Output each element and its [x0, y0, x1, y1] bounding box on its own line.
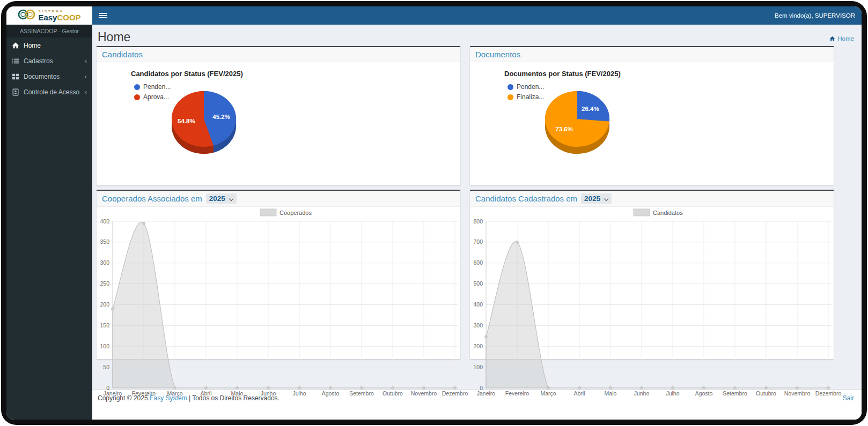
cooperados-chart: 050100150200250300350400JaneiroFevereiro…	[97, 207, 460, 399]
sidebar-item-label: Controle de Acesso	[24, 88, 80, 96]
panel-candidatos: Candidatos Candidatos por Status (FEV/20…	[97, 46, 460, 185]
panel-cooperados-header: Cooperados Associados em 2025	[97, 191, 460, 207]
sidebar-item-label: Home	[24, 42, 87, 49]
svg-text:Janeiro: Janeiro	[477, 390, 496, 397]
panel-documentos: Documentos Documentos por Status (FEV/20…	[470, 46, 834, 185]
sidebar-item-controle-de-acesso[interactable]: Controle de Acesso‹	[6, 84, 92, 100]
list-icon	[12, 57, 19, 65]
sidebar-menu: HomeCadastros‹Documentos‹Controle de Ace…	[6, 38, 92, 100]
svg-text:Junho: Junho	[634, 390, 650, 397]
top-navbar: Bem vindo(a), SUPERVISOR	[92, 6, 862, 25]
sidebar-item-cadastros[interactable]: Cadastros‹	[6, 53, 92, 69]
svg-text:Julho: Julho	[666, 390, 679, 397]
welcome-text: Bem vindo(a), SUPERVISOR	[775, 12, 855, 19]
svg-text:Março: Março	[540, 390, 556, 397]
home-icon	[829, 36, 835, 42]
dashboard-rows: Candidatos Candidatos por Status (FEV/20…	[92, 46, 862, 389]
legend-dot-icon	[507, 84, 513, 90]
pie1-chart-title: Candidatos por Status (FEV/2025)	[131, 70, 243, 78]
main-content: Home Home Candidatos Candidatos por Stat…	[92, 25, 862, 420]
brand-rings-icon	[18, 9, 36, 23]
svg-text:150: 150	[100, 322, 109, 328]
panel-documentos-title: Documentos	[475, 50, 520, 59]
panel-cooperados: Cooperados Associados em 2025 0501001502…	[97, 190, 460, 359]
cooperados-year-select[interactable]: 2025	[206, 193, 237, 204]
svg-text:Dezembro: Dezembro	[815, 390, 842, 397]
panel-cooperados-title: Cooperados Associados em	[102, 194, 202, 203]
svg-text:Abril: Abril	[200, 390, 211, 397]
access-icon	[12, 88, 19, 96]
svg-text:73.6%: 73.6%	[555, 126, 573, 132]
panel-candidatos-body: Candidatos por Status (FEV/2025) Penden.…	[97, 62, 460, 185]
content-header: Home Home	[92, 25, 862, 46]
page-title: Home	[98, 30, 130, 44]
svg-text:50: 50	[103, 364, 109, 370]
svg-text:200: 200	[473, 343, 483, 349]
svg-text:700: 700	[473, 238, 483, 245]
pie1-chart: 45.2%54.8%	[165, 85, 251, 162]
panel-candidatos-title: Candidatos	[102, 50, 143, 59]
chevron-left-icon: ‹	[85, 73, 87, 80]
panel-cadastrados: Candidatos Cadastrados em 2025 010020030…	[470, 190, 834, 359]
svg-text:Cooperados: Cooperados	[279, 210, 312, 216]
legend-dot-icon	[134, 84, 140, 90]
svg-text:Janeiro: Janeiro	[104, 390, 122, 397]
svg-text:Candidatos: Candidatos	[653, 210, 683, 216]
svg-text:Outubro: Outubro	[756, 390, 776, 397]
svg-text:Agosto: Agosto	[322, 390, 340, 397]
logout-link[interactable]: Sair	[843, 394, 854, 420]
brand-text: SISTEMA EasyCOOP	[38, 10, 80, 22]
svg-text:Dezembro: Dezembro	[442, 390, 468, 397]
svg-text:100: 100	[100, 343, 109, 349]
pie2-chart-title: Documentos por Status (FEV/2025)	[504, 70, 621, 78]
svg-text:600: 600	[473, 259, 483, 266]
svg-text:Agosto: Agosto	[695, 390, 713, 397]
breadcrumb-label: Home	[837, 35, 854, 42]
sidebar-item-home[interactable]: Home	[6, 38, 92, 53]
cadastrados-year-select[interactable]: 2025	[581, 193, 612, 204]
sidebar-item-label: Documentos	[24, 73, 80, 80]
app-window: SISTEMA EasyCOOP Bem vindo(a), SUPERVISO…	[6, 6, 862, 420]
svg-text:26.4%: 26.4%	[582, 106, 599, 112]
svg-text:Maio: Maio	[605, 390, 617, 397]
svg-text:800: 800	[473, 218, 483, 225]
svg-text:400: 400	[100, 218, 109, 225]
brand-easy: Easy	[38, 13, 57, 22]
svg-text:Julho: Julho	[292, 390, 306, 397]
panel-documentos-header: Documentos	[470, 47, 834, 62]
panel-documentos-body: Documentos por Status (FEV/2025) Penden.…	[470, 62, 834, 185]
sidebar-subtitle: ASSINACOOP - Gestor	[6, 25, 92, 38]
home-icon	[12, 42, 19, 49]
svg-text:54.8%: 54.8%	[178, 118, 195, 124]
header-row: SISTEMA EasyCOOP Bem vindo(a), SUPERVISO…	[6, 6, 862, 25]
brand-logo[interactable]: SISTEMA EasyCOOP	[6, 6, 92, 25]
pie2-chart: 26.4%73.6%	[539, 85, 624, 162]
svg-text:Novembro: Novembro	[411, 390, 437, 397]
documents-icon	[12, 73, 19, 80]
panel-cadastrados-title: Candidatos Cadastrados em	[475, 194, 577, 203]
svg-text:300: 300	[100, 259, 109, 266]
device-frame: SISTEMA EasyCOOP Bem vindo(a), SUPERVISO…	[1, 1, 867, 425]
svg-text:Maio: Maio	[231, 390, 244, 397]
svg-text:200: 200	[100, 301, 109, 308]
cadastrados-chart: 0100200300400500600700800JaneiroFevereir…	[470, 207, 834, 399]
svg-text:Junho: Junho	[261, 390, 276, 397]
sidebar-item-documentos[interactable]: Documentos‹	[6, 69, 92, 84]
svg-text:500: 500	[473, 280, 483, 287]
chevron-left-icon: ‹	[85, 88, 87, 95]
panel-candidatos-header: Candidatos	[97, 47, 460, 62]
panel-cooperados-body: 050100150200250300350400JaneiroFevereiro…	[97, 207, 460, 359]
svg-text:350: 350	[100, 238, 109, 245]
svg-text:Novembro: Novembro	[784, 390, 811, 397]
sidebar-item-label: Cadastros	[24, 57, 80, 65]
sidebar-toggle-icon[interactable]	[99, 13, 107, 18]
chevron-left-icon: ‹	[85, 57, 87, 64]
svg-text:Fevereiro: Fevereiro	[505, 390, 529, 397]
legend-dot-icon	[507, 94, 513, 100]
svg-text:Março: Março	[167, 390, 182, 397]
year-select-wrap: 2025	[581, 193, 612, 204]
panel-cadastrados-header: Candidatos Cadastrados em 2025	[470, 191, 834, 207]
svg-text:45.2%: 45.2%	[212, 114, 230, 120]
breadcrumb[interactable]: Home	[829, 35, 854, 42]
svg-text:400: 400	[473, 301, 483, 308]
